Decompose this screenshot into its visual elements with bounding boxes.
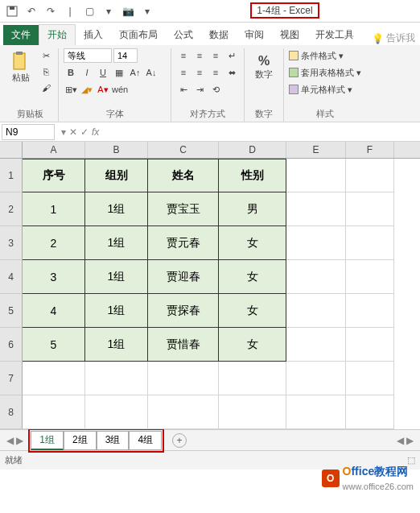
cell[interactable] [346,294,394,328]
row-header[interactable]: 7 [0,362,23,395]
cell[interactable] [286,395,346,429]
row-header[interactable]: 1 [0,159,23,192]
tab-view[interactable]: 视图 [272,25,307,45]
align-top-icon[interactable]: ≡ [176,48,191,63]
tab-review[interactable]: 审阅 [237,25,272,45]
sheet-tab[interactable]: 1组 [31,431,64,450]
select-all-corner[interactable] [0,142,23,158]
cell[interactable]: 1组 [85,260,148,294]
cell[interactable]: 序号 [23,159,85,192]
cell[interactable] [85,395,148,429]
row-header[interactable]: 2 [0,192,23,226]
underline-button[interactable]: U [96,65,110,80]
sheet-nav[interactable]: ◀ ▶ [3,435,27,446]
camera-icon[interactable]: 📷 [121,4,135,19]
column-header[interactable]: A [23,142,85,158]
tab-dev[interactable]: 开发工具 [307,25,362,45]
sheet-tab[interactable]: 2组 [64,431,97,450]
row-header[interactable]: 4 [0,260,23,294]
cell[interactable]: 女 [219,260,286,294]
fx-icon[interactable]: fx [92,126,99,138]
cell[interactable] [346,226,394,260]
cell[interactable]: 女 [219,294,286,328]
cell[interactable] [346,395,394,429]
cell[interactable]: 男 [219,192,286,226]
cell[interactable]: 1组 [85,294,148,328]
save-icon[interactable] [5,4,19,19]
cell-styles-button[interactable]: 单元格样式 ▾ [289,82,361,97]
cell[interactable] [219,362,286,395]
row-header[interactable]: 6 [0,328,23,362]
column-header[interactable]: D [219,142,286,158]
cell[interactable]: 女 [219,226,286,260]
cell[interactable]: 组别 [85,159,148,192]
cell[interactable] [286,159,346,192]
align-center-icon[interactable]: ≡ [192,65,207,80]
merge-icon[interactable]: ⬌ [224,65,239,80]
name-box[interactable] [2,124,55,140]
cell[interactable]: 贾迎春 [148,260,219,294]
cell[interactable] [346,192,394,226]
format-painter-icon[interactable]: 🖌 [39,81,53,95]
cell[interactable]: 贾探春 [148,294,219,328]
row-header[interactable]: 8 [0,395,23,429]
border-dropdown-icon[interactable]: ⊞▾ [64,82,78,97]
cell[interactable]: 1组 [85,226,148,260]
tab-home[interactable]: 开始 [39,24,76,45]
italic-button[interactable]: I [80,65,94,80]
column-header[interactable]: E [286,142,346,158]
tab-scroll[interactable]: ◀ ▶ [188,435,417,446]
cell[interactable]: 5 [23,328,85,362]
cell[interactable] [286,362,346,395]
cell[interactable] [85,362,148,395]
cell[interactable] [148,395,219,429]
font-size-select[interactable]: 14 [113,48,138,63]
chevron-down-icon[interactable]: ▾ [61,126,66,138]
increase-font-icon[interactable]: A↑ [128,65,142,80]
cell[interactable] [346,362,394,395]
undo-icon[interactable]: ↶ [24,4,39,19]
cell[interactable] [23,395,85,429]
tab-data[interactable]: 数据 [201,25,237,45]
tab-file[interactable]: 文件 [3,25,39,45]
align-mid-icon[interactable]: ≡ [192,48,207,63]
cell[interactable]: 1组 [85,328,148,362]
conditional-format-button[interactable]: 条件格式 ▾ [289,48,361,63]
column-header[interactable]: B [85,142,148,158]
tab-formulas[interactable]: 公式 [166,25,201,45]
indent-dec-icon[interactable]: ⇤ [176,82,191,97]
font-color-icon[interactable]: A▾ [96,82,110,97]
tab-insert[interactable]: 插入 [76,25,111,45]
cell[interactable]: 姓名 [148,159,219,192]
fill-color-icon[interactable]: ◢▾ [80,82,94,97]
align-left-icon[interactable]: ≡ [176,65,191,80]
cell[interactable] [286,294,346,328]
tab-layout[interactable]: 页面布局 [111,25,166,45]
paste-button[interactable]: 粘贴 [6,48,35,85]
confirm-icon[interactable]: ✓ [80,126,89,138]
formula-input[interactable] [104,125,420,139]
cell[interactable] [148,362,219,395]
number-format-button[interactable]: % 数字 [249,48,278,85]
chevron-down-icon[interactable]: ▾ [140,4,154,19]
redo-icon[interactable]: ↷ [43,4,58,19]
cancel-icon[interactable]: ✕ [69,126,77,138]
sheet-tab[interactable]: 4组 [129,431,162,450]
table-format-button[interactable]: 套用表格格式 ▾ [289,65,361,80]
copy-icon[interactable]: ⎘ [39,64,53,79]
align-right-icon[interactable]: ≡ [208,65,223,80]
cell[interactable] [286,192,346,226]
cell[interactable]: 贾元春 [148,226,219,260]
cell[interactable]: 3 [23,260,85,294]
sheet-tab[interactable]: 3组 [97,431,130,450]
cell[interactable] [286,260,346,294]
row-header[interactable]: 3 [0,226,23,260]
border-icon[interactable]: ▦ [112,65,126,80]
cell[interactable]: 贾宝玉 [148,192,219,226]
orientation-icon[interactable]: ⟲ [208,82,223,97]
bold-button[interactable]: B [64,65,78,80]
tell-me[interactable]: 💡 告诉我 [372,31,420,45]
cell[interactable]: 2 [23,226,85,260]
column-header[interactable]: C [148,142,219,158]
chevron-down-icon[interactable]: ▾ [101,4,116,19]
